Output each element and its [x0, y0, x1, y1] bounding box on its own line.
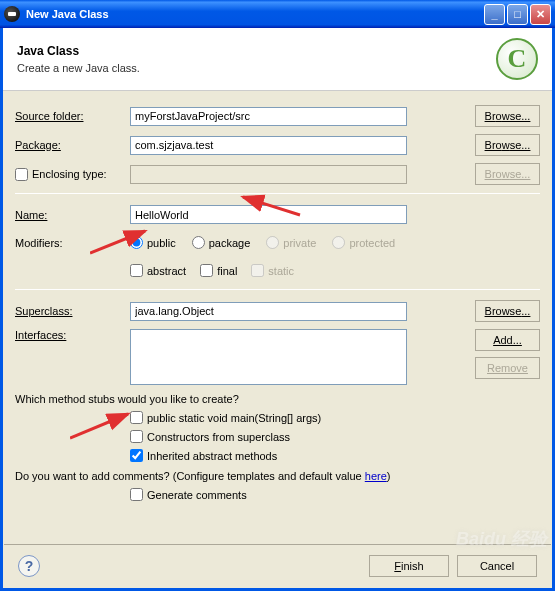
package-radio-wrap[interactable]: package — [192, 236, 251, 249]
interfaces-list[interactable] — [130, 329, 407, 385]
finish-button[interactable]: Finish — [369, 555, 449, 577]
cancel-button[interactable]: Cancel — [457, 555, 537, 577]
package-label: Package: — [15, 139, 130, 151]
public-radio[interactable] — [130, 236, 143, 249]
abstract-check-wrap[interactable]: abstract — [130, 264, 186, 277]
private-radio — [266, 236, 279, 249]
comments-question: Do you want to add comments? (Configure … — [15, 470, 540, 482]
main-method-checkbox[interactable] — [130, 411, 143, 424]
dialog-header: Java Class Create a new Java class. C — [3, 28, 552, 91]
public-radio-wrap[interactable]: public — [130, 236, 176, 249]
add-interface-button[interactable]: Add... — [475, 329, 540, 351]
remove-interface-button: Remove — [475, 357, 540, 379]
class-icon: C — [496, 38, 538, 80]
titlebar: New Java Class _ □ ✕ — [0, 0, 555, 28]
protected-radio-wrap: protected — [332, 236, 395, 249]
final-checkbox[interactable] — [200, 264, 213, 277]
enclosing-type-check[interactable]: Enclosing type: — [15, 168, 130, 181]
maximize-button[interactable]: □ — [507, 4, 528, 25]
constructors-check-wrap[interactable]: Constructors from superclass — [130, 430, 526, 443]
configure-link[interactable]: here — [365, 470, 387, 482]
protected-radio — [332, 236, 345, 249]
help-icon[interactable]: ? — [18, 555, 40, 577]
constructors-checkbox[interactable] — [130, 430, 143, 443]
eclipse-icon — [4, 6, 20, 22]
final-check-wrap[interactable]: final — [200, 264, 237, 277]
close-button[interactable]: ✕ — [530, 4, 551, 25]
name-label: Name: — [15, 209, 130, 221]
generate-comments-checkbox[interactable] — [130, 488, 143, 501]
private-radio-wrap: private — [266, 236, 316, 249]
minimize-button[interactable]: _ — [484, 4, 505, 25]
static-check-wrap: static — [251, 264, 294, 277]
superclass-input[interactable] — [130, 302, 407, 321]
static-checkbox — [251, 264, 264, 277]
source-folder-label: Source folder: — [15, 110, 130, 122]
browse-source-button[interactable]: Browse... — [475, 105, 540, 127]
window-title: New Java Class — [26, 8, 109, 20]
browse-superclass-button[interactable]: Browse... — [475, 300, 540, 322]
browse-package-button[interactable]: Browse... — [475, 134, 540, 156]
window-controls: _ □ ✕ — [484, 4, 551, 25]
browse-enclosing-button: Browse... — [475, 163, 540, 185]
package-radio[interactable] — [192, 236, 205, 249]
stubs-question: Which method stubs would you like to cre… — [15, 393, 540, 405]
enclosing-type-checkbox[interactable] — [15, 168, 28, 181]
package-input[interactable] — [130, 136, 407, 155]
interfaces-label: Interfaces: — [15, 329, 130, 341]
inherited-check-wrap[interactable]: Inherited abstract methods — [130, 449, 526, 462]
name-input[interactable] — [130, 205, 407, 224]
source-folder-input[interactable] — [130, 107, 407, 126]
main-method-check-wrap[interactable]: public static void main(String[] args) — [130, 411, 526, 424]
header-subtitle: Create a new Java class. — [17, 62, 140, 74]
enclosing-type-input — [130, 165, 407, 184]
inherited-checkbox[interactable] — [130, 449, 143, 462]
abstract-checkbox[interactable] — [130, 264, 143, 277]
superclass-label: Superclass: — [15, 305, 130, 317]
header-title: Java Class — [17, 44, 140, 58]
modifiers-label: Modifiers: — [15, 237, 130, 249]
generate-comments-check-wrap[interactable]: Generate comments — [130, 488, 526, 501]
